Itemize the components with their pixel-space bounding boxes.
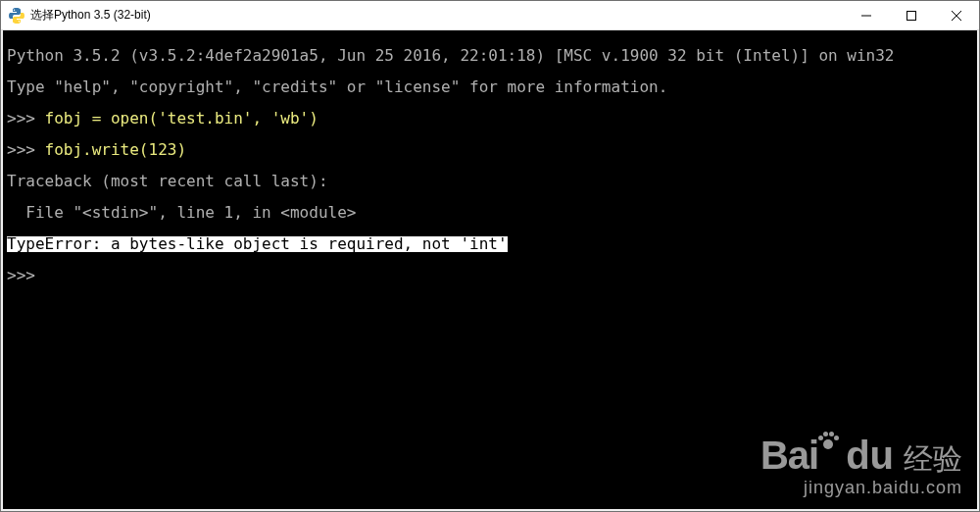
traceback-line: Traceback (most recent call last): — [7, 174, 973, 189]
prompt-line: >>> fobj = open('test.bin', 'wb') — [7, 111, 973, 127]
python-icon — [9, 8, 24, 24]
maximize-button[interactable] — [889, 1, 934, 29]
command-text: fobj = open('test.bin', 'wb') — [45, 109, 318, 128]
banner-line: Type "help", "copyright", "credits" or "… — [7, 79, 973, 95]
minimize-button[interactable] — [844, 1, 889, 29]
console-area[interactable]: Python 3.5.2 (v3.5.2:4def2a2901a5, Jun 2… — [1, 30, 979, 511]
titlebar[interactable]: 选择Python 3.5 (32-bit) — [1, 1, 979, 30]
window-controls — [844, 1, 979, 29]
banner-line: Python 3.5.2 (v3.5.2:4def2a2901a5, Jun 2… — [7, 48, 973, 64]
svg-rect-1 — [907, 11, 916, 20]
window-title: 选择Python 3.5 (32-bit) — [30, 7, 844, 24]
close-button[interactable] — [934, 1, 979, 29]
command-text: fobj.write(123) — [45, 140, 187, 159]
prompt-line: >>> fobj.write(123) — [7, 142, 973, 158]
window: 选择Python 3.5 (32-bit) Python 3.5.2 (v3.5… — [0, 0, 980, 512]
traceback-line: File "<stdin>", line 1, in <module> — [7, 205, 973, 221]
error-text: TypeError: a bytes-like object is requir… — [7, 236, 508, 252]
prompt-line: >>> — [7, 268, 973, 283]
error-line: TypeError: a bytes-like object is requir… — [7, 236, 973, 252]
